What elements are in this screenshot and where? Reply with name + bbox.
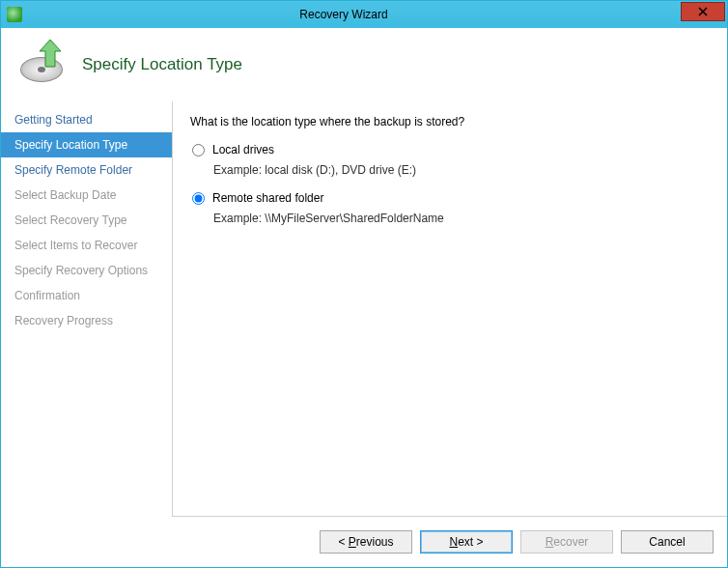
step-getting-started[interactable]: Getting Started bbox=[1, 107, 172, 132]
next-button[interactable]: Next > bbox=[420, 530, 513, 554]
step-select-items-to-recover: Select Items to Recover bbox=[1, 233, 172, 258]
cancel-button[interactable]: Cancel bbox=[621, 530, 714, 554]
titlebar: Recovery Wizard bbox=[1, 1, 727, 28]
page-heading: Specify Location Type bbox=[82, 55, 242, 74]
step-specify-location-type[interactable]: Specify Location Type bbox=[1, 132, 172, 157]
close-icon bbox=[698, 7, 708, 16]
step-specify-remote-folder[interactable]: Specify Remote Folder bbox=[1, 157, 172, 183]
step-confirmation: Confirmation bbox=[1, 283, 172, 308]
close-button[interactable] bbox=[681, 2, 725, 21]
step-specify-recovery-options: Specify Recovery Options bbox=[1, 258, 172, 283]
radio-remote-shared-folder[interactable] bbox=[192, 192, 205, 205]
wizard-footer: < Previous Next > Recover Cancel bbox=[1, 517, 727, 567]
step-select-backup-date: Select Backup Date bbox=[1, 183, 172, 208]
option-remote-shared-folder-label: Remote shared folder bbox=[212, 190, 323, 206]
wizard-window: Recovery Wizard Specify Location Type Ge… bbox=[0, 0, 728, 568]
window-title: Recovery Wizard bbox=[7, 8, 681, 21]
option-local-drives[interactable]: Local drives bbox=[190, 142, 710, 157]
option-remote-shared-folder[interactable]: Remote shared folder bbox=[190, 190, 710, 206]
content-pane: What is the location type where the back… bbox=[173, 101, 727, 517]
option-local-drives-label: Local drives bbox=[212, 142, 274, 157]
previous-button[interactable]: < Previous bbox=[320, 530, 412, 554]
prompt-text: What is the location type where the back… bbox=[190, 115, 710, 128]
step-recovery-progress: Recovery Progress bbox=[1, 308, 172, 333]
option-remote-shared-folder-example: Example: \\MyFileServer\SharedFolderName bbox=[213, 212, 710, 225]
step-sidebar: Getting Started Specify Location Type Sp… bbox=[1, 101, 173, 517]
recover-button: Recover bbox=[520, 530, 613, 554]
step-select-recovery-type: Select Recovery Type bbox=[1, 208, 172, 233]
recovery-drive-icon bbox=[18, 40, 69, 90]
radio-local-drives[interactable] bbox=[192, 144, 205, 156]
option-local-drives-example: Example: local disk (D:), DVD drive (E:) bbox=[213, 163, 710, 177]
wizard-body: Getting Started Specify Location Type Sp… bbox=[1, 101, 727, 517]
cancel-button-label: Cancel bbox=[649, 535, 685, 549]
wizard-header: Specify Location Type bbox=[1, 28, 727, 101]
